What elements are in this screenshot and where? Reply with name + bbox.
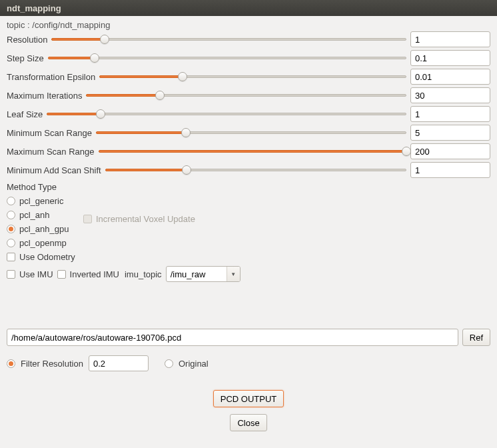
slider-1[interactable] xyxy=(48,51,406,65)
slider-value-input[interactable] xyxy=(411,107,497,121)
inverted-imu-checkbox[interactable] xyxy=(57,270,66,279)
method-radio-pcl_anh_gpu[interactable] xyxy=(7,225,15,233)
original-label: Original xyxy=(179,359,209,369)
slider-value-spinner[interactable]: ▲▼ xyxy=(410,87,490,103)
filter-resolution-radio[interactable] xyxy=(7,359,15,368)
slider-label: Step Size xyxy=(7,53,44,63)
incremental-voxel-label: Incremental Voxel Update xyxy=(96,214,195,224)
slider-thumb[interactable] xyxy=(96,109,105,119)
use-odometry-row: Use Odometry xyxy=(7,252,490,262)
method-radio-pcl_anh[interactable] xyxy=(7,211,15,219)
use-odometry-checkbox[interactable] xyxy=(7,253,15,261)
filter-resolution-input[interactable] xyxy=(89,355,149,371)
slider-row: Maximum Scan Range▲▼ xyxy=(7,143,490,159)
slider-value-input[interactable] xyxy=(411,88,497,103)
use-odometry-label: Use Odometry xyxy=(19,252,75,262)
method-option-row: pcl_anh_gpu xyxy=(7,224,490,234)
slider-thumb[interactable] xyxy=(182,165,191,175)
window-title: ndt_mapping xyxy=(7,3,61,13)
slider-row: Minimum Add Scan Shift▲▼ xyxy=(7,162,490,178)
method-option-row: pcl_anh xyxy=(7,210,490,220)
use-imu-checkbox[interactable] xyxy=(7,270,15,279)
pcd-path-input[interactable] xyxy=(7,329,458,346)
slider-thumb[interactable] xyxy=(155,91,165,100)
method-option-row: pcl_generic xyxy=(7,196,490,206)
slider-label: Maximum Iterations xyxy=(7,91,82,101)
slider-value-input[interactable] xyxy=(411,51,497,65)
slider-thumb[interactable] xyxy=(100,35,109,44)
slider-row: Step Size▲▼ xyxy=(7,50,490,66)
slider-value-spinner[interactable]: ▲▼ xyxy=(410,69,490,85)
imu-topic-combo[interactable]: ▼ xyxy=(166,266,241,282)
slider-2[interactable] xyxy=(99,70,406,83)
slider-value-spinner[interactable]: ▲▼ xyxy=(410,31,490,47)
slider-4[interactable] xyxy=(47,107,406,121)
slider-0[interactable] xyxy=(51,33,406,46)
slider-thumb[interactable] xyxy=(181,128,191,137)
slider-label: Resolution xyxy=(7,35,47,45)
path-row: Ref xyxy=(7,329,490,346)
method-type-group: Method Type pcl_genericpcl_anhpcl_anh_gp… xyxy=(7,182,490,248)
slider-row: Transformation Epsilon▲▼ xyxy=(7,69,490,85)
imu-topic-dropdown-button[interactable]: ▼ xyxy=(227,267,240,281)
slider-thumb[interactable] xyxy=(402,147,411,156)
slider-row: Minimum Scan Range▲▼ xyxy=(7,125,490,141)
method-option-row: pcl_openmp xyxy=(7,238,490,248)
slider-value-input[interactable] xyxy=(411,125,497,140)
slider-6[interactable] xyxy=(99,145,407,158)
chevron-down-icon: ▼ xyxy=(231,271,236,277)
slider-value-spinner[interactable]: ▲▼ xyxy=(410,106,490,122)
topic-label: topic : /config/ndt_mapping xyxy=(7,20,490,30)
slider-row: Leaf Size▲▼ xyxy=(7,106,490,122)
method-type-label: Method Type xyxy=(7,182,490,192)
incremental-voxel-row: Incremental Voxel Update xyxy=(83,214,195,224)
filter-resolution-label: Filter Resolution xyxy=(21,359,83,369)
filter-row: Filter Resolution Original xyxy=(7,355,490,371)
slider-thumb[interactable] xyxy=(178,72,187,81)
slider-value-input[interactable] xyxy=(411,163,497,177)
slider-row: Resolution▲▼ xyxy=(7,31,490,47)
dialog-content: topic : /config/ndt_mapping Resolution▲▼… xyxy=(0,16,497,438)
incremental-voxel-checkbox xyxy=(83,215,92,223)
imu-row: Use IMU Inverted IMU imu_topic ▼ xyxy=(7,266,490,282)
slider-3[interactable] xyxy=(86,89,406,102)
slider-5[interactable] xyxy=(96,126,406,139)
inverted-imu-label: Inverted IMU xyxy=(70,269,119,279)
use-imu-label: Use IMU xyxy=(19,269,53,279)
ref-button[interactable]: Ref xyxy=(462,329,490,346)
slider-label: Transformation Epsilon xyxy=(7,72,95,82)
slider-7[interactable] xyxy=(105,163,406,177)
slider-thumb[interactable] xyxy=(90,53,99,63)
window-titlebar: ndt_mapping xyxy=(0,0,497,16)
method-radio-pcl_generic[interactable] xyxy=(7,197,15,205)
original-radio[interactable] xyxy=(165,359,173,368)
slider-label: Minimum Scan Range xyxy=(7,128,92,138)
slider-label: Maximum Scan Range xyxy=(7,147,95,157)
slider-value-spinner[interactable]: ▲▼ xyxy=(410,143,490,159)
slider-value-input[interactable] xyxy=(411,69,497,84)
method-radio-pcl_openmp[interactable] xyxy=(7,239,15,247)
slider-label: Leaf Size xyxy=(7,109,43,119)
imu-topic-label: imu_topic xyxy=(125,269,162,279)
pcd-output-button[interactable]: PCD OUTPUT xyxy=(213,390,284,407)
slider-value-input[interactable] xyxy=(411,144,497,159)
imu-topic-input[interactable] xyxy=(167,267,227,281)
method-radio-label: pcl_generic xyxy=(19,196,64,206)
slider-label: Minimum Add Scan Shift xyxy=(7,165,101,175)
close-button[interactable]: Close xyxy=(230,414,266,431)
slider-value-input[interactable] xyxy=(411,32,497,47)
method-radio-label: pcl_openmp xyxy=(19,238,67,248)
method-radio-label: pcl_anh_gpu xyxy=(19,224,69,234)
slider-value-spinner[interactable]: ▲▼ xyxy=(410,50,490,66)
slider-row: Maximum Iterations▲▼ xyxy=(7,87,490,103)
slider-value-spinner[interactable]: ▲▼ xyxy=(410,162,490,178)
method-radio-label: pcl_anh xyxy=(19,210,50,220)
slider-value-spinner[interactable]: ▲▼ xyxy=(410,125,490,141)
